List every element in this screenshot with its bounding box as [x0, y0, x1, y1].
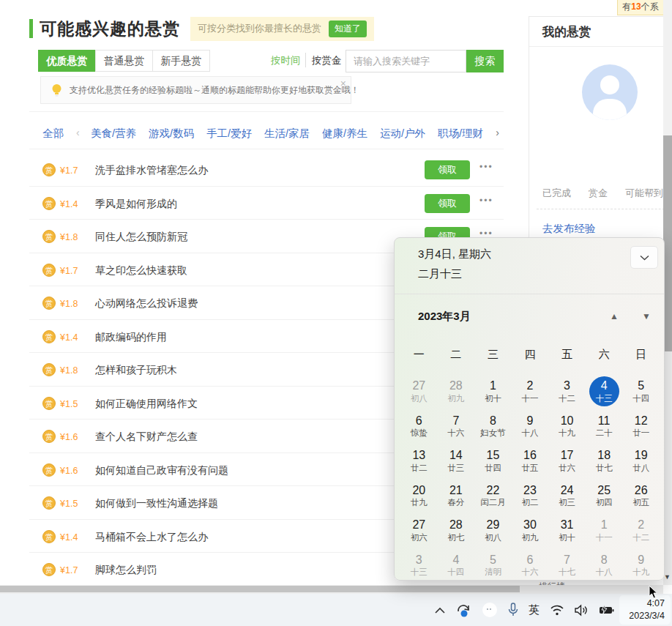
calendar-next-month-icon[interactable]: ▼ — [642, 311, 651, 321]
microphone-icon[interactable] — [508, 603, 518, 617]
calendar-day[interactable]: 10十九 — [548, 409, 586, 444]
speaker-icon[interactable] — [575, 604, 589, 616]
calendar-day[interactable]: 18廿七 — [586, 444, 623, 479]
calendar-day[interactable]: 3十二 — [548, 374, 586, 409]
calendar-day[interactable]: 2十一 — [512, 374, 549, 409]
calendar-day[interactable]: 9十八 — [512, 409, 549, 444]
calendar-day[interactable]: 6十六 — [512, 548, 549, 584]
bounty-title[interactable]: 如何做到一致性沟通选择题 — [95, 497, 218, 510]
category-item-1[interactable]: 游戏/数码 — [149, 127, 194, 141]
calendar-day[interactable]: 7十七 — [548, 548, 586, 584]
calendar-day[interactable]: 22闰二月 — [474, 479, 512, 514]
calendar-day[interactable]: 7十六 — [438, 409, 475, 444]
calendar-day[interactable]: 1十一 — [586, 513, 623, 548]
tab-normal-bounty[interactable]: 普通悬赏 — [95, 50, 153, 72]
calendar-day[interactable]: 4十四 — [438, 548, 475, 584]
calendar-day[interactable]: 8十八 — [586, 548, 623, 584]
wifi-icon[interactable] — [550, 604, 564, 616]
calendar-day[interactable]: 23初二 — [512, 479, 549, 514]
bounty-title[interactable]: 同住人怎么预防新冠 — [95, 231, 187, 244]
calendar-day[interactable]: 5清明 — [474, 548, 512, 584]
bounty-title[interactable]: 脚球怎么判罚 — [95, 564, 157, 577]
tip-confirm-button[interactable]: 知道了 — [329, 21, 367, 37]
bounty-title[interactable]: 邮政编码的作用 — [95, 331, 167, 344]
tab-quality-bounty[interactable]: 优质悬赏 — [38, 50, 96, 72]
category-item-2[interactable]: 手工/爱好 — [206, 127, 252, 141]
claim-button[interactable]: 领取 — [425, 194, 470, 213]
calendar-day[interactable]: 9十九 — [622, 548, 660, 584]
calendar-day[interactable]: 16廿五 — [512, 444, 549, 479]
sidebar-tab-0[interactable]: 已完成 — [542, 187, 571, 200]
calendar-day[interactable]: 21春分 — [438, 479, 475, 514]
sidebar-tab-1[interactable]: 赏金 — [589, 187, 608, 200]
bounty-title[interactable]: 心动网络怎么投诉退费 — [95, 297, 198, 310]
calendar-day[interactable]: 27初六 — [400, 513, 438, 548]
assistant-icon[interactable] — [482, 602, 498, 618]
calendar-day[interactable]: 6惊蛰 — [400, 409, 438, 444]
calendar-day[interactable]: 30初九 — [512, 513, 549, 548]
bounty-title[interactable]: 查个人名下财产怎么查 — [95, 431, 198, 444]
calendar-prev-month-icon[interactable]: ▲ — [610, 311, 619, 321]
tab-newbie-bounty[interactable]: 新手悬赏 — [152, 50, 210, 72]
close-icon[interactable]: × — [340, 78, 346, 89]
more-options-icon[interactable]: ••• — [479, 195, 493, 206]
ime-indicator[interactable]: 英 — [529, 603, 540, 617]
category-item-3[interactable]: 生活/家居 — [264, 127, 310, 141]
clock[interactable]: 4:07 2023/3/4 — [619, 595, 671, 625]
calendar-day[interactable]: 26初五 — [622, 479, 660, 514]
calendar-day[interactable]: 13廿二 — [400, 444, 438, 479]
calendar-day[interactable]: 3十三 — [400, 548, 438, 584]
chevron-right-icon[interactable]: › — [496, 127, 499, 138]
weekday-label: 日 — [622, 348, 660, 362]
bounty-title[interactable]: 如何正确使用网络作文 — [95, 398, 198, 411]
bounty-title[interactable]: 如何知道自己政审有没有问题 — [95, 464, 228, 477]
search-input[interactable] — [346, 50, 466, 72]
bounty-title[interactable]: 季风是如何形成的 — [95, 198, 177, 211]
battery-icon[interactable] — [599, 604, 615, 616]
calendar-day[interactable]: 2十二 — [622, 513, 660, 548]
more-options-icon[interactable]: ••• — [479, 162, 493, 172]
category-item-5[interactable]: 运动/户外 — [380, 127, 425, 141]
chevron-left-icon[interactable]: ‹ — [76, 127, 80, 138]
publish-experience-link[interactable]: 去发布经验 — [542, 222, 596, 236]
sort-by-time[interactable]: 按时间 — [271, 54, 301, 67]
calendar-day[interactable]: 20廿九 — [400, 479, 438, 514]
horizontal-scrollbar-thumb[interactable] — [0, 586, 520, 592]
sort-by-money[interactable]: 按赏金 — [312, 54, 342, 67]
calendar-day[interactable]: 29初八 — [474, 513, 512, 548]
calendar-day[interactable]: 4十三 — [586, 374, 623, 409]
bounty-title[interactable]: 马桶箱不会上水了怎么办 — [95, 531, 208, 544]
calendar-day[interactable]: 19廿八 — [622, 444, 660, 479]
category-all[interactable]: 全部 — [42, 127, 64, 141]
scrollbar-down-arrow[interactable]: ▼ — [664, 573, 671, 581]
calendar-day[interactable]: 12廿一 — [622, 409, 660, 444]
show-hidden-icons-icon[interactable] — [435, 607, 445, 614]
calendar-day[interactable]: 8妇女节 — [474, 409, 512, 444]
calendar-day[interactable]: 31初十 — [548, 513, 586, 548]
search-button[interactable]: 搜索 — [466, 50, 504, 72]
category-item-6[interactable]: 职场/理财 — [438, 127, 483, 141]
calendar-day[interactable]: 5十四 — [622, 374, 660, 409]
bounty-coin-icon: 赏 — [42, 297, 56, 310]
sync-icon[interactable] — [455, 603, 471, 617]
claim-button[interactable]: 领取 — [425, 160, 470, 179]
bounty-title[interactable]: 怎样和孩子玩积木 — [95, 364, 177, 377]
notification-badge[interactable]: 有13个系 — [617, 0, 664, 15]
bounty-title[interactable]: 草之印怎么快速获取 — [95, 264, 187, 277]
calendar-day[interactable]: 25初四 — [586, 479, 623, 514]
calendar-day[interactable]: 14廿三 — [438, 444, 475, 479]
horizontal-scrollbar[interactable] — [0, 585, 663, 594]
calendar-collapse-button[interactable] — [630, 246, 658, 269]
calendar-day[interactable]: 15廿四 — [474, 444, 512, 479]
calendar-day[interactable]: 24初三 — [548, 479, 586, 514]
calendar-day[interactable]: 27初八 — [400, 374, 438, 409]
calendar-day[interactable]: 17廿六 — [548, 444, 586, 479]
category-item-4[interactable]: 健康/养生 — [322, 127, 367, 141]
calendar-day[interactable]: 11二十 — [586, 409, 623, 444]
calendar-day[interactable]: 1初十 — [474, 374, 512, 409]
avatar[interactable] — [582, 64, 638, 120]
calendar-day[interactable]: 28初七 — [438, 513, 475, 548]
calendar-day[interactable]: 28初九 — [438, 374, 475, 409]
category-item-0[interactable]: 美食/营养 — [91, 127, 136, 141]
bounty-title[interactable]: 洗手盆排水管堵塞怎么办 — [95, 164, 208, 177]
